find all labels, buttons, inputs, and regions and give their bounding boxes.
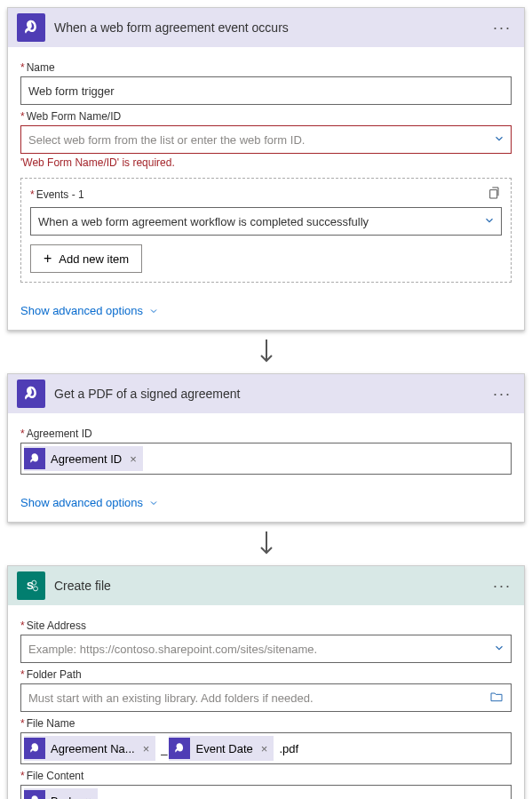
folder-picker-icon[interactable] [489,690,504,707]
trigger-card: When a web form agreement event occurs ·… [7,7,525,331]
token-event-date[interactable]: Event Date × [169,736,274,761]
card-title: When a web form agreement event occurs [45,20,489,35]
webform-label: *Web Form Name/ID [20,110,512,123]
name-label: *Name [20,61,512,74]
file-name-label: *File Name [20,717,512,730]
chevron-down-icon [483,214,496,229]
card-menu-button[interactable]: ··· [489,577,515,595]
chevron-down-icon [148,306,159,316]
file-name-input[interactable]: Agreement Na... × _ Event Date × .pdf [20,732,512,764]
card-header[interactable]: Get a PDF of a signed agreement ··· [8,374,524,413]
show-advanced-link[interactable]: Show advanced options [8,295,171,330]
plus-icon: + [44,251,52,267]
show-advanced-link[interactable]: Show advanced options [8,487,171,522]
card-menu-button[interactable]: ··· [489,19,515,37]
token-body[interactable]: Body × [24,788,98,799]
webform-error: 'Web Form Name/ID' is required. [20,156,512,169]
events-label: *Events - 1 [30,188,84,201]
adobe-icon [24,738,45,759]
card-header[interactable]: When a web form agreement event occurs ·… [8,8,524,47]
action-card-pdf: Get a PDF of a signed agreement ··· *Agr… [7,373,525,523]
token-remove-button[interactable]: × [140,742,153,755]
agreement-id-label: *Agreement ID [20,427,512,440]
folder-path-input[interactable]: Must start with an existing library. Add… [20,683,512,712]
adobe-icon [17,380,45,408]
file-content-label: *File Content [20,770,512,782]
events-section: *Events - 1 When a web form agreement wo… [20,178,512,283]
svg-point-2 [34,587,38,591]
token-remove-button[interactable]: × [83,795,95,800]
token-agreement-id[interactable]: Agreement ID × [24,446,143,471]
adobe-icon [24,448,45,469]
card-title: Get a PDF of a signed agreement [45,387,489,401]
folder-path-label: *Folder Path [20,668,512,681]
adobe-icon [17,13,45,42]
flow-arrow [7,530,525,558]
token-remove-button[interactable]: × [258,742,271,755]
token-remove-button[interactable]: × [127,452,139,466]
sharepoint-icon: S [17,571,45,600]
agreement-id-input[interactable]: Agreement ID × [20,443,512,475]
card-title: Create file [45,579,489,593]
chevron-down-icon [148,498,159,508]
card-menu-button[interactable]: ··· [489,385,515,403]
chevron-down-icon [493,132,505,148]
events-dropdown[interactable]: When a web form agreement workflow is co… [30,207,502,236]
chevron-down-icon [493,642,505,657]
action-card-createfile: S Create file ··· *Site Address Example:… [7,565,525,799]
card-header[interactable]: S Create file ··· [8,566,524,605]
name-input[interactable]: Web form trigger [20,76,512,105]
token-agreement-name[interactable]: Agreement Na... × [24,736,155,761]
suffix-text: .pdf [279,742,298,755]
copy-icon[interactable] [488,186,502,204]
adobe-icon [24,790,45,799]
file-content-input[interactable]: Body × [20,785,512,799]
flow-arrow [7,338,525,366]
site-address-dropdown[interactable]: Example: https://contoso.sharepoint.com/… [20,635,512,663]
adobe-icon [169,738,190,759]
add-new-item-button[interactable]: + Add new item [30,244,142,273]
webform-dropdown[interactable]: Select web form from the list or enter t… [20,125,512,154]
separator-text: _ [161,742,167,755]
site-address-label: *Site Address [20,619,512,632]
